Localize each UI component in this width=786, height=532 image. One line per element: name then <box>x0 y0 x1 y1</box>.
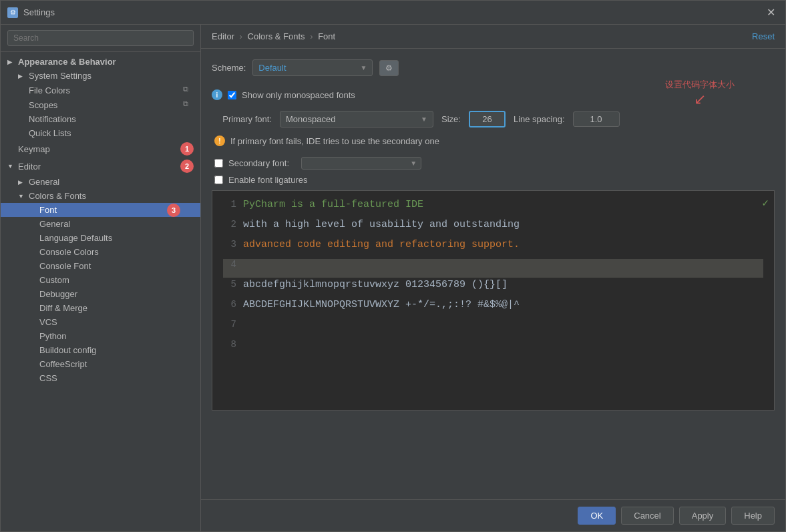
sidebar-item-notifications[interactable]: Notifications <box>1 112 200 126</box>
sidebar-item-general[interactable]: ▶ General <box>1 175 200 189</box>
size-label: Size: <box>441 114 461 124</box>
sidebar-item-vcs[interactable]: VCS <box>1 315 200 329</box>
size-input[interactable] <box>469 111 506 127</box>
sidebar-item-label: Appearance & Behavior <box>18 57 194 67</box>
ligatures-checkbox[interactable] <box>214 176 223 184</box>
sidebar-item-language-defaults[interactable]: Language Defaults <box>1 231 200 245</box>
line-number: 8 <box>223 339 236 350</box>
close-button[interactable]: ✕ <box>763 6 779 19</box>
badge-3: 3 <box>167 204 180 217</box>
settings-window: ⚙ Settings ✕ ▶ Appearance & Behavior ▶ S… <box>0 0 786 532</box>
sidebar-item-console-colors[interactable]: Console Colors <box>1 245 200 259</box>
sidebar-item-python[interactable]: Python <box>1 329 200 343</box>
primary-font-select[interactable]: Monospaced ▼ <box>280 111 433 127</box>
sidebar-item-debugger[interactable]: Debugger <box>1 287 200 301</box>
sidebar-item-general2[interactable]: General <box>1 217 200 231</box>
sidebar-item-editor[interactable]: ▼ Editor 2 <box>1 158 200 175</box>
sidebar-tree: ▶ Appearance & Behavior ▶ System Setting… <box>1 52 200 531</box>
ligatures-row: Enable font ligatures <box>212 175 775 185</box>
preview-check-icon: ✓ <box>762 196 769 210</box>
sidebar-item-label: Custom <box>39 275 194 285</box>
monospaced-checkbox[interactable] <box>228 91 236 99</box>
secondary-font-row: Secondary font: ▼ <box>212 157 775 170</box>
scheme-gear-button[interactable]: ⚙ <box>379 60 399 76</box>
sidebar-item-label: Python <box>39 331 194 341</box>
sidebar-item-custom[interactable]: Custom <box>1 273 200 287</box>
sidebar-item-label: Buildout config <box>39 345 194 355</box>
sidebar-item-buildout-config[interactable]: Buildout config <box>1 343 200 357</box>
app-icon: ⚙ <box>7 7 18 18</box>
sidebar-item-label: Debugger <box>39 289 194 299</box>
sidebar-item-colors-fonts[interactable]: ▼ Colors & Fonts <box>1 189 200 203</box>
main-content: ▶ Appearance & Behavior ▶ System Setting… <box>1 25 785 531</box>
line-spacing-label: Line spacing: <box>514 114 565 124</box>
info-text: If primary font fails, IDE tries to use … <box>230 136 439 146</box>
breadcrumb-part2: Colors & Fonts <box>248 31 305 41</box>
sidebar-item-scopes[interactable]: Scopes ⧉ <box>1 97 200 112</box>
sidebar-item-label: Scopes <box>29 100 183 110</box>
sidebar-item-quick-lists[interactable]: Quick Lists <box>1 126 200 140</box>
sidebar-item-label: Notifications <box>29 114 194 124</box>
arrow-icon: ▼ <box>18 193 29 200</box>
sidebar-item-keymap[interactable]: Keymap 1 <box>1 140 200 158</box>
monospaced-label: Show only monospaced fonts <box>242 90 355 100</box>
reset-link[interactable]: Reset <box>752 31 775 41</box>
dropdown-arrow-icon: ▼ <box>360 64 367 71</box>
scheme-row: Scheme: Default ▼ ⚙ <box>212 59 775 76</box>
bottom-bar: OK Cancel Apply Help <box>201 499 785 531</box>
ok-button[interactable]: OK <box>578 507 616 525</box>
scheme-select[interactable]: Default ▼ <box>252 59 373 76</box>
breadcrumb-bar: Editor › Colors & Fonts › Font Reset <box>201 25 785 49</box>
sidebar-item-console-font[interactable]: Console Font <box>1 259 200 273</box>
preview-line-3: 3 advanced code editing and refactoring … <box>223 239 763 258</box>
search-input[interactable] <box>7 30 194 46</box>
sidebar-item-label: General <box>39 219 194 229</box>
copy-icon: ⧉ <box>183 85 194 95</box>
sidebar-item-label: Keymap <box>18 144 176 154</box>
apply-button[interactable]: Apply <box>679 507 727 525</box>
arrow-icon: ▶ <box>18 179 29 186</box>
sidebar-item-css[interactable]: CSS <box>1 371 200 385</box>
primary-font-value: Monospaced <box>286 114 335 124</box>
sidebar-item-font[interactable]: Font 3 <box>1 203 200 217</box>
sidebar-item-label: CoffeeScript <box>39 359 194 369</box>
ligatures-label: Enable font ligatures <box>228 175 308 185</box>
title-bar: ⚙ Settings ✕ <box>1 1 785 25</box>
preview-line-8: 8 <box>223 339 763 358</box>
secondary-font-checkbox[interactable] <box>214 159 223 168</box>
sidebar-item-label: Language Defaults <box>39 233 194 243</box>
arrow-icon: ▼ <box>7 163 18 170</box>
line-text: advanced code editing and refactoring su… <box>243 239 520 250</box>
line-number: 1 <box>223 199 236 210</box>
line-spacing-input[interactable] <box>573 111 620 127</box>
arrow-icon: ▶ <box>18 73 29 79</box>
sidebar-item-file-colors[interactable]: File Colors ⧉ <box>1 83 200 97</box>
sidebar-item-coffeescript[interactable]: CoffeeScript <box>1 357 200 371</box>
sidebar-item-label: Colors & Fonts <box>29 191 194 201</box>
breadcrumb-sep1: › <box>240 31 242 41</box>
warning-icon: ! <box>214 136 225 146</box>
main-panel: Editor › Colors & Fonts › Font Reset Sch… <box>201 25 785 531</box>
sidebar-item-label: Console Font <box>39 261 194 271</box>
preview-line-5: 5 abcdefghijklmnopqrstuvwxyz 0123456789 … <box>223 279 763 298</box>
scheme-label: Scheme: <box>212 63 246 73</box>
sidebar-item-label: Quick Lists <box>29 128 194 138</box>
secondary-font-select[interactable]: ▼ <box>301 157 421 170</box>
sidebar: ▶ Appearance & Behavior ▶ System Setting… <box>1 25 201 531</box>
line-text: with a high level of usability and outst… <box>243 219 520 230</box>
sidebar-item-label: Diff & Merge <box>39 303 194 313</box>
dropdown-arrow-icon: ▼ <box>421 115 427 123</box>
help-button[interactable]: Help <box>731 507 775 525</box>
sidebar-item-system-settings[interactable]: ▶ System Settings <box>1 69 200 83</box>
info-row: ! If primary font fails, IDE tries to us… <box>212 136 775 146</box>
sidebar-item-label: VCS <box>39 317 194 327</box>
line-text: abcdefghijklmnopqrstuvwxyz 0123456789 ()… <box>243 279 508 290</box>
sidebar-item-diff-merge[interactable]: Diff & Merge <box>1 301 200 315</box>
sidebar-item-appearance-behavior[interactable]: ▶ Appearance & Behavior <box>1 55 200 69</box>
copy-icon: ⧉ <box>183 99 194 110</box>
scheme-select-wrapper: Default ▼ <box>252 59 373 76</box>
dropdown-arrow-icon: ▼ <box>410 160 417 167</box>
sidebar-item-label: System Settings <box>29 71 194 81</box>
window-title: Settings <box>23 7 763 17</box>
cancel-button[interactable]: Cancel <box>621 507 673 525</box>
